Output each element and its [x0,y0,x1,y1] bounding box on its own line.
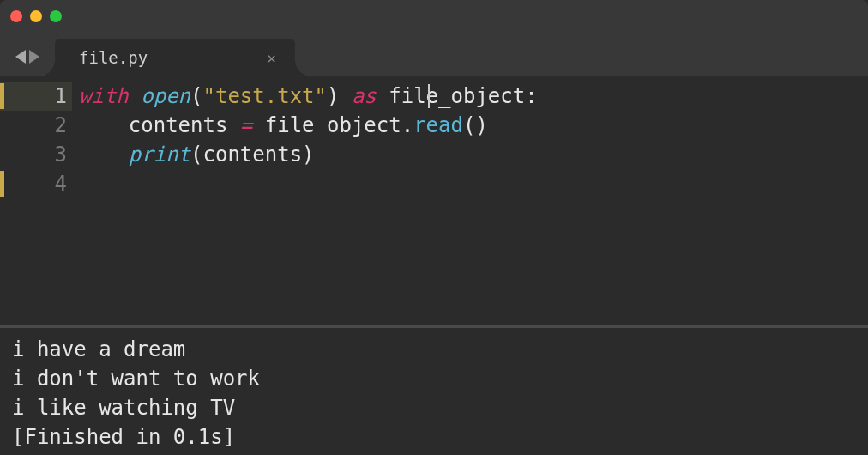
code-token: () [463,113,488,137]
output-line: i don't want to work [12,367,260,391]
code-token: ( [190,143,202,167]
tab-label: file.py [79,48,148,67]
code-token: ( [190,84,202,108]
line-number[interactable]: 3 [0,140,67,169]
code-token: ) [327,84,339,108]
code-token: ) [302,143,314,167]
gutter-mark-icon [0,83,4,109]
code-token: : [525,84,537,108]
code-token: file_object [252,113,401,137]
text-cursor [428,84,430,108]
code-token: print [129,143,190,167]
close-icon[interactable]: × [267,49,276,67]
code-token: file_object [389,84,525,108]
code-token: contents [79,113,240,137]
line-gutter: 1 2 3 4 [0,76,79,325]
output-line: i like watching TV [12,396,235,420]
code-editor[interactable]: with open("test.txt") as file_object: co… [79,76,868,325]
nav-back-icon[interactable] [15,50,26,64]
tab-file-py[interactable]: file.py × [55,39,295,76]
code-token [79,143,129,167]
gutter-mark-icon [0,171,4,197]
code-token: = [240,113,252,137]
code-token: as [352,84,377,108]
code-token: open [141,84,190,108]
line-number[interactable]: 1 [0,82,72,111]
code-token: with [79,84,129,108]
maximize-window-button[interactable] [50,10,62,22]
code-token: contents [203,143,303,167]
output-panel: i have a dream i don't want to work i li… [0,325,868,455]
minimize-window-button[interactable] [30,10,42,22]
tab-bar: file.py × [0,32,868,76]
window-titlebar [0,0,868,32]
code-token: . [401,113,413,137]
close-window-button[interactable] [10,10,22,22]
output-line: [Finished in 0.1s] [12,425,235,449]
code-token: "test.txt" [203,84,328,108]
output-line: i have a dream [12,337,185,361]
line-number[interactable]: 4 [0,169,67,198]
editor-area: 1 2 3 4 with open("test.txt") as file_ob… [0,76,868,325]
code-token: read [413,113,463,137]
line-number[interactable]: 2 [0,111,67,140]
